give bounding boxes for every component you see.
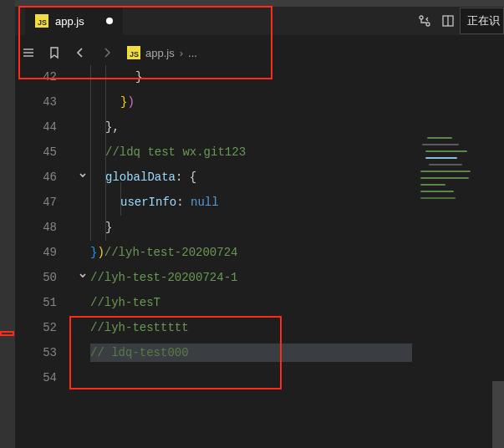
- code-line[interactable]: 42}: [15, 65, 504, 89]
- tab-label: app.js: [55, 15, 84, 28]
- vertical-scrollbar[interactable]: [492, 130, 504, 448]
- fold-chevron-icon[interactable]: [75, 171, 90, 184]
- svg-point-1: [426, 23, 430, 26]
- svg-point-0: [420, 16, 423, 19]
- scrollbar-thumb[interactable]: [492, 381, 504, 448]
- js-file-icon: JS: [127, 46, 140, 59]
- js-file-icon: JS: [35, 14, 48, 28]
- editor-action-bar: JS app.js › ...: [15, 40, 504, 65]
- line-number: 47: [15, 196, 75, 209]
- code-text: })//lyh-test-20200724: [90, 246, 237, 259]
- unsaved-indicator-icon: [106, 18, 113, 24]
- breadcrumb[interactable]: JS app.js › ...: [127, 46, 197, 59]
- minimap[interactable]: [417, 130, 492, 448]
- code-text: //lyh-testtttt: [90, 321, 189, 334]
- nav-back-icon[interactable]: [74, 46, 87, 59]
- titlebar-strip: [15, 0, 504, 7]
- line-number: 49: [15, 246, 75, 259]
- bookmark-icon[interactable]: [48, 46, 60, 59]
- line-number: 53: [15, 346, 75, 359]
- list-icon[interactable]: [22, 46, 35, 59]
- code-text: //ldq test wx.git123: [105, 145, 246, 159]
- line-number: 52: [15, 321, 75, 334]
- code-text: // ldq-test000: [90, 346, 189, 359]
- line-number: 44: [15, 120, 75, 134]
- code-text: //lyh-tesT: [90, 296, 160, 309]
- code-text: }): [120, 95, 135, 109]
- line-number: 46: [15, 171, 75, 184]
- code-line[interactable]: 43}): [15, 90, 504, 114]
- line-number: 54: [15, 371, 75, 384]
- line-number: 42: [15, 70, 75, 84]
- line-number: 51: [15, 296, 75, 309]
- nav-forward-icon[interactable]: [100, 46, 114, 59]
- line-number: 45: [15, 145, 75, 159]
- code-text: }: [135, 70, 142, 84]
- code-text: }: [105, 221, 112, 234]
- fold-chevron-icon[interactable]: [75, 271, 90, 284]
- compare-changes-icon[interactable]: [413, 7, 436, 35]
- code-text: userInfo: null: [120, 196, 219, 209]
- breadcrumb-more: ...: [188, 47, 197, 59]
- code-editor[interactable]: 42}43})44},45//ldq test wx.git12346globa…: [15, 65, 504, 448]
- tab-app-js[interactable]: JS app.js: [25, 7, 123, 35]
- editor-actions: 正在识: [413, 7, 504, 35]
- loading-badge: 正在识: [460, 8, 504, 34]
- code-text: globalData: {: [105, 171, 196, 184]
- code-text: },: [105, 120, 120, 134]
- chevron-right-icon: ›: [180, 47, 183, 59]
- breadcrumb-file: app.js: [145, 47, 175, 59]
- split-editor-icon[interactable]: [436, 7, 460, 35]
- code-text: //lyh-test-20200724-1: [90, 271, 237, 284]
- line-number: 43: [15, 95, 75, 109]
- line-number: 50: [15, 271, 75, 284]
- line-number: 48: [15, 221, 75, 234]
- activity-bar: [0, 0, 15, 448]
